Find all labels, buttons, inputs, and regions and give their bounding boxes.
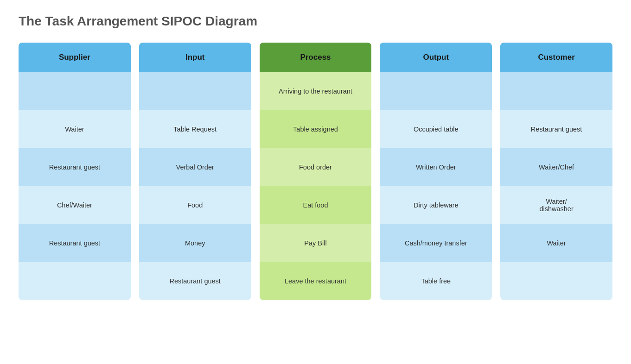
cell-customer-1 [500, 72, 612, 110]
cell-input-3: Verbal Order [139, 148, 251, 186]
cell-customer-5: Waiter [500, 224, 612, 262]
cell-supplier-4: Chef/Waiter [19, 186, 131, 224]
cell-input-1 [139, 72, 251, 110]
cell-process-3: Food order [260, 148, 372, 186]
cell-output-3: Written Order [380, 148, 492, 186]
cell-output-2: Occupied table [380, 110, 492, 148]
cell-output-6: Table free [380, 262, 492, 300]
column-header-customer: Customer [500, 43, 612, 72]
column-process: ProcessArriving to the restaurantTable a… [260, 43, 372, 300]
cell-process-2: Table assigned [260, 110, 372, 148]
cell-customer-4: Waiter/dishwasher [500, 186, 612, 224]
column-output: OutputOccupied tableWritten OrderDirty t… [380, 43, 492, 300]
cell-supplier-3: Restaurant guest [19, 148, 131, 186]
cell-supplier-5: Restaurant guest [19, 224, 131, 262]
cell-input-6: Restaurant guest [139, 262, 251, 300]
sipoc-diagram: SupplierWaiterRestaurant guestChef/Waite… [19, 43, 612, 300]
column-header-supplier: Supplier [19, 43, 131, 72]
cell-output-1 [380, 72, 492, 110]
cell-output-5: Cash/money transfer [380, 224, 492, 262]
cell-customer-6 [500, 262, 612, 300]
cell-supplier-6 [19, 262, 131, 300]
column-header-output: Output [380, 43, 492, 72]
cell-customer-2: Restaurant guest [500, 110, 612, 148]
column-customer: CustomerRestaurant guestWaiter/ChefWaite… [500, 43, 612, 300]
cell-supplier-2: Waiter [19, 110, 131, 148]
cell-output-4: Dirty tableware [380, 186, 492, 224]
column-header-process: Process [260, 43, 372, 72]
column-supplier: SupplierWaiterRestaurant guestChef/Waite… [19, 43, 131, 300]
cell-process-1: Arriving to the restaurant [260, 72, 372, 110]
cell-supplier-1 [19, 72, 131, 110]
column-input: InputTable RequestVerbal OrderFoodMoneyR… [139, 43, 251, 300]
cell-input-4: Food [139, 186, 251, 224]
column-header-input: Input [139, 43, 251, 72]
cell-process-4: Eat food [260, 186, 372, 224]
cell-process-6: Leave the restaurant [260, 262, 372, 300]
page-title: The Task Arrangement SIPOC Diagram [19, 14, 612, 29]
cell-customer-3: Waiter/Chef [500, 148, 612, 186]
cell-process-5: Pay Bill [260, 224, 372, 262]
cell-input-2: Table Request [139, 110, 251, 148]
cell-input-5: Money [139, 224, 251, 262]
